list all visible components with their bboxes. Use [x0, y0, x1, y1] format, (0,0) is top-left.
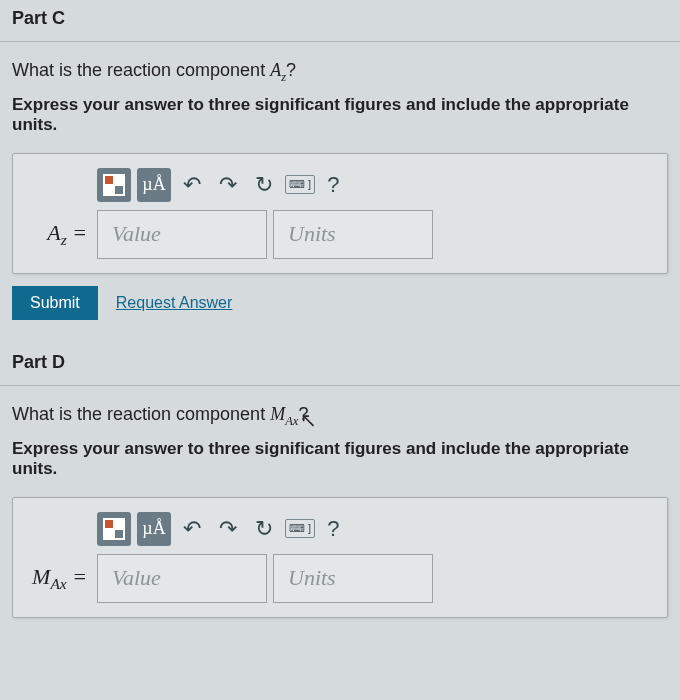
- toolbar: µÅ ↶ ↷ ↻ ⌨ ] ?: [97, 168, 653, 202]
- mu-angstrom-label: µÅ: [142, 174, 165, 195]
- mu-angstrom-label: µÅ: [142, 518, 165, 539]
- part-c-question: What is the reaction component Az?: [0, 42, 680, 91]
- part-c-answer-box: µÅ ↶ ↷ ↻ ⌨ ] ? Az = Value Units: [12, 153, 668, 274]
- value-input[interactable]: Value: [97, 554, 267, 603]
- toolbar: µÅ ↶ ↷ ↻ ⌨ ] ?: [97, 512, 653, 546]
- question-suffix: ?: [286, 60, 296, 80]
- help-button[interactable]: ?: [321, 172, 345, 198]
- redo-button[interactable]: ↷: [213, 514, 243, 544]
- templates-button[interactable]: [97, 168, 131, 202]
- question-prefix: What is the reaction component: [12, 404, 270, 424]
- undo-button[interactable]: ↶: [177, 170, 207, 200]
- variable-label: MAx =: [27, 554, 97, 603]
- part-c-actions: Submit Request Answer: [12, 286, 668, 320]
- special-chars-button[interactable]: µÅ: [137, 168, 171, 202]
- variable-name: MAx: [270, 404, 298, 424]
- redo-button[interactable]: ↷: [213, 170, 243, 200]
- keyboard-hint-button[interactable]: ⌨ ]: [285, 519, 315, 538]
- part-c-header: Part C: [0, 0, 680, 42]
- input-row: MAx = Value Units: [27, 554, 653, 603]
- templates-button[interactable]: [97, 512, 131, 546]
- part-d-question: What is the reaction component MAx?: [0, 386, 680, 435]
- units-input[interactable]: Units: [273, 210, 433, 259]
- undo-button[interactable]: ↶: [177, 514, 207, 544]
- submit-button[interactable]: Submit: [12, 286, 98, 320]
- help-button[interactable]: ?: [321, 516, 345, 542]
- part-d-header: Part D: [0, 344, 680, 386]
- units-input[interactable]: Units: [273, 554, 433, 603]
- value-input[interactable]: Value: [97, 210, 267, 259]
- request-answer-link[interactable]: Request Answer: [116, 294, 233, 312]
- part-d-instruction: Express your answer to three significant…: [0, 435, 680, 497]
- reset-button[interactable]: ↻: [249, 514, 279, 544]
- variable-name: Az: [270, 60, 286, 80]
- question-suffix: ?: [298, 404, 308, 424]
- question-prefix: What is the reaction component: [12, 60, 270, 80]
- input-row: Az = Value Units: [27, 210, 653, 259]
- keyboard-hint-button[interactable]: ⌨ ]: [285, 175, 315, 194]
- special-chars-button[interactable]: µÅ: [137, 512, 171, 546]
- part-d-answer-box: µÅ ↶ ↷ ↻ ⌨ ] ? MAx = Value Units: [12, 497, 668, 618]
- variable-label: Az =: [27, 210, 97, 259]
- reset-button[interactable]: ↻: [249, 170, 279, 200]
- part-c-instruction: Express your answer to three significant…: [0, 91, 680, 153]
